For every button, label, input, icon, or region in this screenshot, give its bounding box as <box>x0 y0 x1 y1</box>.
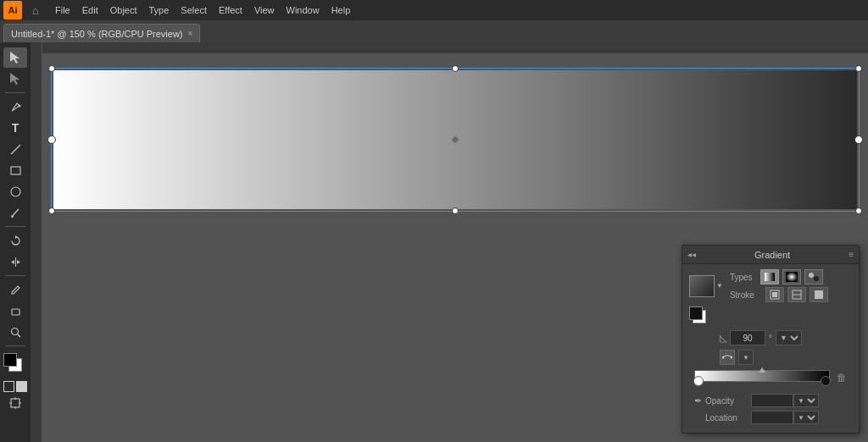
stroke-btn-2[interactable] <box>787 287 806 302</box>
panel-header: ◂◂ Gradient ≡ <box>682 246 859 264</box>
ruler-horizontal <box>31 42 868 54</box>
panel-collapse-controls: ◂◂ <box>687 250 696 259</box>
opacity-label: Opacity <box>705 396 751 406</box>
tool-artboard[interactable] <box>3 393 27 413</box>
type-radial-btn[interactable] <box>782 269 801 285</box>
svg-marker-30 <box>731 356 732 359</box>
reverse-row: ▼ <box>720 350 852 365</box>
swatch-with-arrow: ▼ <box>689 275 723 297</box>
stroke-row: Stroke <box>730 287 828 302</box>
tool-divider-1 <box>5 92 25 93</box>
menu-window[interactable]: Window <box>281 3 326 17</box>
panel-menu-icon[interactable]: ≡ <box>849 250 854 259</box>
swatch-arrow[interactable]: ▼ <box>716 282 723 290</box>
location-input[interactable] <box>751 411 793 424</box>
stroke-btn-3[interactable] <box>810 287 828 302</box>
angle-unit: ° <box>769 334 772 343</box>
reverse-btn[interactable] <box>720 350 735 365</box>
tool-mirror[interactable] <box>3 251 27 272</box>
tool-select[interactable] <box>3 47 27 68</box>
panel-body: ▼ Types <box>682 264 859 433</box>
gradient-swatch[interactable] <box>689 275 715 297</box>
menu-type[interactable]: Type <box>143 3 175 17</box>
stroke-btn-1[interactable] <box>765 287 784 302</box>
tab-close-button[interactable]: × <box>188 29 193 38</box>
svg-line-13 <box>17 334 20 337</box>
location-label: Location <box>705 413 751 423</box>
canvas-area[interactable]: ◂◂ Gradient ≡ ▼ <box>31 42 868 442</box>
gradient-slider-area: 🗑 <box>689 370 852 385</box>
app-logo: Ai <box>3 1 22 19</box>
tool-divider-3 <box>5 275 25 276</box>
fg-bg-swatches <box>689 307 713 327</box>
menu-file[interactable]: File <box>49 3 76 17</box>
svg-point-12 <box>11 328 18 334</box>
location-dropdown[interactable]: ▼ <box>793 411 819 424</box>
tool-rotate[interactable] <box>3 230 27 251</box>
tool-pencil[interactable] <box>3 279 27 300</box>
tool-rect[interactable] <box>3 160 27 180</box>
tool-text[interactable]: T <box>3 118 27 138</box>
fill-stroke-toggles <box>3 381 27 392</box>
gradient-stop-right[interactable] <box>821 376 831 386</box>
align-dropdown[interactable]: ▼ <box>738 350 754 365</box>
angle-input[interactable] <box>730 330 765 345</box>
angle-icon: ◺ <box>720 333 726 344</box>
tool-direct-select[interactable] <box>3 69 27 89</box>
menu-help[interactable]: Help <box>326 3 357 17</box>
types-row: Types <box>730 269 828 285</box>
menu-select[interactable]: Select <box>175 3 213 17</box>
gradient-slider-track[interactable] <box>694 370 830 382</box>
tool-eraser[interactable] <box>3 301 27 321</box>
svg-rect-21 <box>786 272 798 282</box>
tool-divider-4 <box>5 345 25 346</box>
menu-edit[interactable]: Edit <box>76 3 104 17</box>
svg-point-23 <box>809 273 814 278</box>
tabbar: Untitled-1* @ 150 % (RGB/CPU Preview) × <box>0 20 868 42</box>
midpoint-indicator[interactable] <box>759 367 765 373</box>
svg-point-5 <box>11 187 20 196</box>
angle-row: ◺ ° ▼ <box>720 330 852 345</box>
menubar: Ai ⌂ File Edit Object Type Select Effect… <box>0 0 868 20</box>
menu-object[interactable]: Object <box>104 3 143 17</box>
svg-rect-26 <box>772 292 777 297</box>
home-icon[interactable]: ⌂ <box>27 2 44 19</box>
svg-rect-11 <box>12 309 19 315</box>
menu-effect[interactable]: Effect <box>213 3 248 17</box>
types-label: Types <box>730 273 757 282</box>
opacity-dropdown[interactable]: ▼ <box>793 394 819 407</box>
delete-stop-icon[interactable]: 🗑 <box>837 372 847 384</box>
gradient-stop-left[interactable] <box>693 376 704 386</box>
document-tab[interactable]: Untitled-1* @ 150 % (RGB/CPU Preview) × <box>3 24 200 42</box>
svg-marker-1 <box>10 73 19 85</box>
foreground-color-swatch[interactable] <box>3 353 17 367</box>
eyedropper-icon[interactable]: ✒ <box>694 395 702 406</box>
menu-view[interactable]: View <box>248 3 281 17</box>
svg-rect-14 <box>11 399 19 407</box>
tool-line[interactable] <box>3 139 27 159</box>
toolbar: T <box>0 42 31 442</box>
tool-divider-2 <box>5 226 25 227</box>
no-fill-icon[interactable] <box>3 381 14 392</box>
types-section: Types <box>730 269 828 302</box>
color-swatches <box>3 353 27 378</box>
location-row: ✒ Location ▼ <box>694 411 852 424</box>
svg-marker-31 <box>722 356 724 359</box>
tool-paintbrush[interactable] <box>3 202 27 223</box>
tool-pen[interactable] <box>3 97 27 117</box>
panel-collapse-icon[interactable]: ◂◂ <box>687 250 696 259</box>
stroke-only-icon[interactable] <box>16 381 27 392</box>
type-freeform-btn[interactable] <box>804 269 823 285</box>
svg-marker-10 <box>17 260 20 264</box>
tool-ellipse[interactable] <box>3 181 27 202</box>
type-linear-btn[interactable] <box>760 269 779 285</box>
fg-color[interactable] <box>689 307 703 320</box>
gradient-rectangle[interactable] <box>53 70 857 209</box>
svg-marker-7 <box>15 235 18 239</box>
svg-point-6 <box>11 215 14 218</box>
panel-title: Gradient <box>754 250 790 260</box>
opacity-input[interactable] <box>751 394 793 407</box>
tool-zoom[interactable] <box>3 322 27 342</box>
angle-dropdown[interactable]: ▼ <box>776 330 802 345</box>
svg-rect-29 <box>815 290 823 299</box>
